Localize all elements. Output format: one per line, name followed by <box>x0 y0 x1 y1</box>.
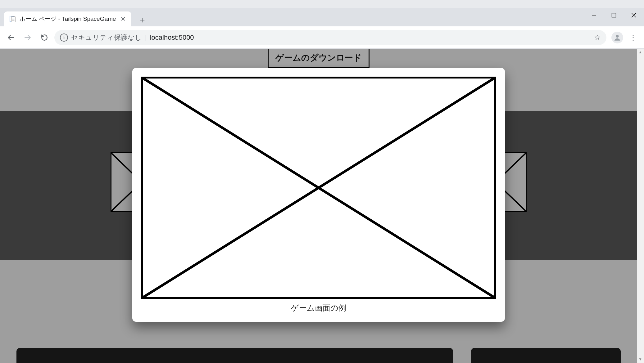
svg-rect-1 <box>11 17 15 22</box>
bottom-card-small[interactable] <box>471 348 621 363</box>
nav-forward-button[interactable] <box>21 31 34 44</box>
nav-back-button[interactable] <box>4 31 18 44</box>
tab-title: ホーム ページ - Tailspin SpaceGame <box>20 15 116 23</box>
download-game-button[interactable]: ゲームのダウンロード <box>268 49 370 68</box>
bottom-card-large[interactable] <box>16 348 453 363</box>
window-title-bar <box>0 0 644 8</box>
nav-reload-button[interactable] <box>38 31 51 44</box>
tab-favicon-icon <box>9 16 16 22</box>
window-maximize-button[interactable] <box>604 8 624 23</box>
site-info-icon[interactable]: i <box>60 34 68 42</box>
screenshot-modal[interactable]: ゲーム画面の例 <box>132 68 505 322</box>
svg-point-10 <box>616 35 619 38</box>
bottom-cards-row <box>0 348 637 363</box>
download-game-label: ゲームのダウンロード <box>275 53 362 62</box>
screenshot-caption: ゲーム画面の例 <box>141 303 496 313</box>
browser-tab-active[interactable]: ホーム ページ - Tailspin SpaceGame ✕ <box>4 11 131 26</box>
security-status: セキュリティ保護なし <box>71 33 142 42</box>
page-content: ゲームのダウンロード ゲーム画面の例 <box>0 49 637 363</box>
window-close-button[interactable] <box>624 8 644 23</box>
scrollbar-up-icon[interactable]: ▲ <box>637 49 644 56</box>
tab-close-icon[interactable]: ✕ <box>120 16 126 22</box>
new-tab-button[interactable]: ＋ <box>136 13 149 26</box>
profile-avatar-button[interactable] <box>611 32 623 43</box>
bookmark-star-icon[interactable]: ☆ <box>594 33 601 42</box>
svg-rect-7 <box>612 13 616 17</box>
vertical-scrollbar[interactable]: ▲ ▼ <box>637 49 644 363</box>
page-viewport: ゲームのダウンロード ゲーム画面の例 <box>0 49 644 363</box>
url-text: localhost:5000 <box>150 34 194 42</box>
window-minimize-button[interactable] <box>584 8 604 23</box>
window-controls <box>584 8 644 23</box>
scrollbar-down-icon[interactable]: ▼ <box>637 356 644 363</box>
address-bar[interactable]: i セキュリティ保護なし | localhost:5000 ☆ <box>54 30 606 45</box>
browser-toolbar: i セキュリティ保護なし | localhost:5000 ☆ ⋮ <box>0 26 644 49</box>
screenshot-placeholder-image <box>141 77 496 299</box>
browser-tab-strip: ホーム ページ - Tailspin SpaceGame ✕ ＋ <box>0 8 644 26</box>
url-separator: | <box>145 34 147 42</box>
browser-menu-button[interactable]: ⋮ <box>626 31 640 44</box>
